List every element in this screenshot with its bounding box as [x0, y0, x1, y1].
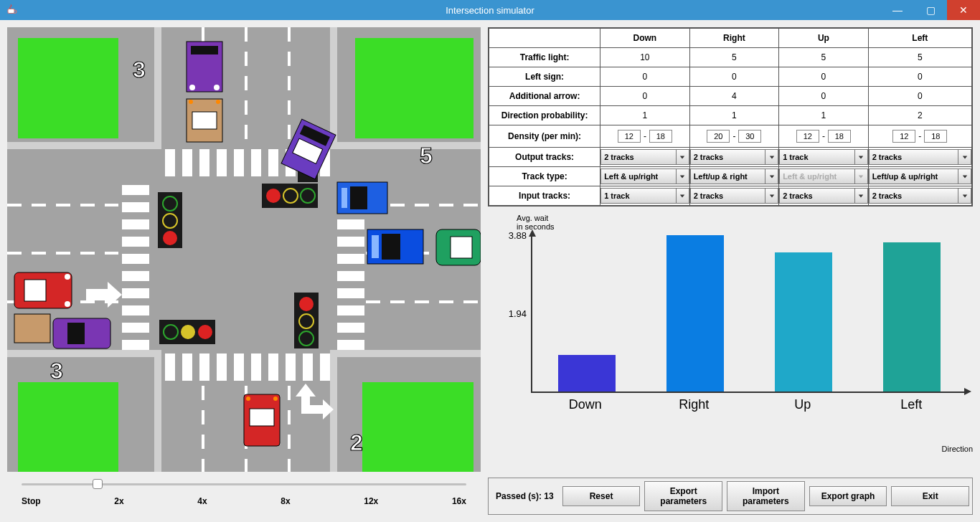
svg-rect-14	[182, 149, 192, 176]
java-icon	[6, 4, 19, 16]
svg-rect-28	[251, 353, 261, 381]
titlebar: Intersection simulator — ▢ ✕	[0, 0, 980, 20]
svg-rect-3	[18, 382, 118, 472]
track-type-select[interactable]: Left/up & up/right	[869, 169, 971, 184]
density-min[interactable]	[707, 130, 730, 143]
intersection-svg: 3 5 3 2	[7, 27, 481, 472]
svg-rect-9	[154, 27, 161, 149]
input-tracks-row: Input tracks: 1 track 2 tracks 2 tracks …	[489, 186, 972, 207]
track-type-row: Track type: Left & up/right Left/up & ri…	[489, 167, 972, 186]
svg-rect-49	[337, 288, 364, 298]
density-max[interactable]	[828, 130, 851, 143]
density-min[interactable]	[796, 130, 819, 143]
window-title: Intersection simulator	[446, 5, 534, 16]
svg-rect-107	[67, 323, 85, 344]
col-down: Down	[600, 28, 690, 48]
svg-rect-37	[122, 254, 149, 264]
density-max[interactable]	[924, 130, 947, 143]
input-tracks-select[interactable]: 2 tracks	[779, 188, 868, 204]
svg-rect-51	[337, 323, 364, 333]
output-tracks-select[interactable]: 2 tracks	[869, 149, 971, 165]
density-max[interactable]	[649, 130, 672, 143]
svg-rect-102	[24, 280, 46, 301]
svg-rect-11	[154, 350, 161, 472]
track-type-select[interactable]: Left & up/right	[600, 169, 689, 184]
maximize-button[interactable]: ▢	[914, 0, 947, 20]
chart-xlabel: Direction	[942, 445, 973, 453]
svg-rect-30	[286, 353, 296, 381]
bottom-bar: Passed (s): 13 Reset Export parameters I…	[488, 478, 973, 515]
svg-rect-32	[320, 353, 330, 381]
count-ne: 5	[420, 143, 433, 169]
import-params-button[interactable]: Import parameters	[727, 481, 805, 511]
svg-point-104	[65, 301, 70, 307]
svg-rect-46	[337, 237, 364, 247]
svg-rect-87	[192, 112, 217, 129]
svg-rect-105	[14, 314, 50, 343]
content-area: 3 5 3 2 Stop 2x 4x 8x 12x 16x	[0, 20, 980, 522]
parameters-pane: Down Right Up Left Traffic light:10555 L…	[488, 27, 973, 515]
col-left: Left	[868, 28, 972, 48]
minimize-button[interactable]: —	[881, 0, 914, 20]
chart-bar	[666, 235, 724, 392]
svg-rect-8	[330, 350, 481, 357]
density-min[interactable]	[892, 130, 915, 143]
svg-rect-25	[199, 353, 209, 381]
chart-xlabel-cat: Left	[882, 397, 940, 412]
density-min[interactable]	[618, 130, 641, 143]
slider-stop: 4x	[197, 496, 207, 506]
svg-point-85	[214, 85, 220, 90]
svg-rect-109	[250, 409, 274, 426]
svg-rect-5	[7, 142, 154, 149]
track-type-select[interactable]: Left/up & right	[690, 169, 779, 184]
export-graph-button[interactable]: Export graph	[809, 486, 887, 506]
slider-stop: 8x	[281, 496, 290, 506]
svg-rect-38	[122, 271, 149, 281]
svg-rect-23	[165, 353, 175, 381]
input-tracks-select[interactable]: 2 tracks	[690, 188, 779, 204]
output-tracks-select[interactable]: 2 tracks	[690, 149, 779, 165]
col-right: Right	[689, 28, 779, 48]
svg-point-88	[189, 100, 193, 104]
svg-rect-7	[330, 142, 481, 149]
output-tracks-select[interactable]: 1 track	[779, 149, 868, 165]
svg-rect-33	[122, 185, 149, 195]
svg-rect-100	[451, 237, 472, 258]
chart-xlabel-cat: Up	[774, 397, 831, 412]
passed-label: Passed (s): 13	[491, 491, 558, 501]
export-params-button[interactable]: Export parameters	[644, 481, 722, 511]
svg-point-81	[198, 325, 212, 339]
parameters-table: Down Right Up Left Traffic light:10555 L…	[488, 27, 973, 207]
svg-rect-50	[337, 305, 364, 315]
input-tracks-select[interactable]: 2 tracks	[869, 188, 971, 204]
exit-button[interactable]: Exit	[891, 486, 969, 506]
wait-chart: Avg. waitin seconds 3.88 1.94 Direction …	[488, 211, 973, 473]
input-tracks-select[interactable]: 1 track	[600, 188, 689, 204]
svg-rect-42	[122, 340, 149, 350]
chart-bar	[558, 355, 616, 392]
svg-rect-1	[18, 38, 118, 138]
intersection-canvas[interactable]: 3 5 3 2	[7, 27, 481, 472]
reset-button[interactable]: Reset	[562, 486, 641, 506]
svg-rect-15	[199, 149, 209, 176]
svg-rect-97	[382, 234, 400, 260]
output-tracks-select[interactable]: 2 tracks	[600, 149, 689, 165]
svg-rect-48	[337, 271, 364, 281]
ytick: 1.94	[509, 308, 532, 319]
app-window: Intersection simulator — ▢ ✕	[0, 0, 980, 522]
density-max[interactable]	[738, 130, 761, 143]
svg-rect-26	[217, 353, 227, 381]
speed-slider[interactable]	[22, 479, 466, 493]
svg-rect-16	[217, 149, 227, 176]
svg-rect-13	[165, 149, 175, 176]
svg-rect-27	[234, 353, 244, 381]
svg-rect-0	[8, 9, 14, 14]
svg-rect-83	[191, 46, 218, 54]
svg-point-75	[299, 297, 314, 311]
output-tracks-row: Output tracks: 2 tracks 2 tracks 1 track…	[489, 148, 972, 167]
svg-rect-10	[330, 27, 337, 149]
ytick: 3.88	[509, 230, 532, 241]
slider-stop: Stop	[22, 496, 41, 506]
close-button[interactable]: ✕	[947, 0, 980, 20]
svg-rect-39	[122, 288, 149, 298]
